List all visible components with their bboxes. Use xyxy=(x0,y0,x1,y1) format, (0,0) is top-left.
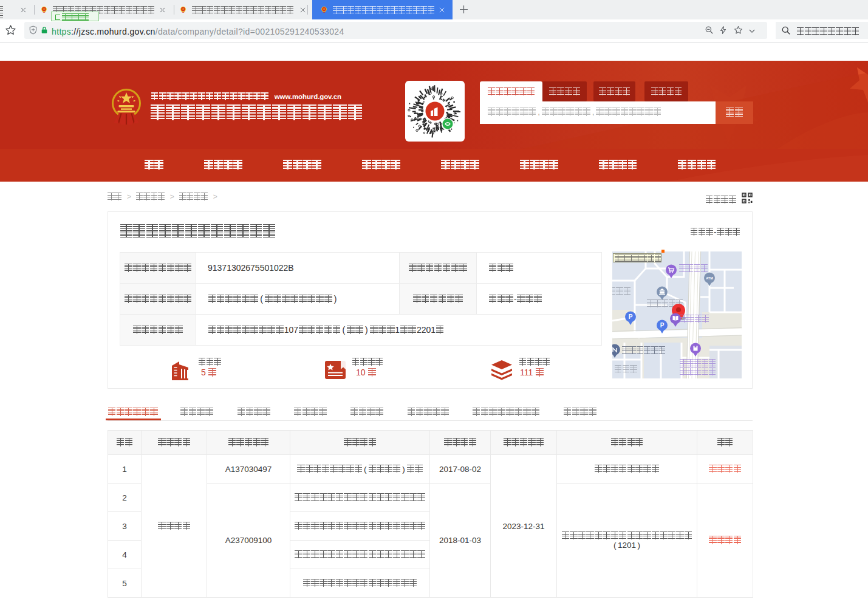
svg-text:P: P xyxy=(629,313,633,320)
svg-text:ATM: ATM xyxy=(706,276,713,280)
svg-text:P: P xyxy=(660,322,665,329)
